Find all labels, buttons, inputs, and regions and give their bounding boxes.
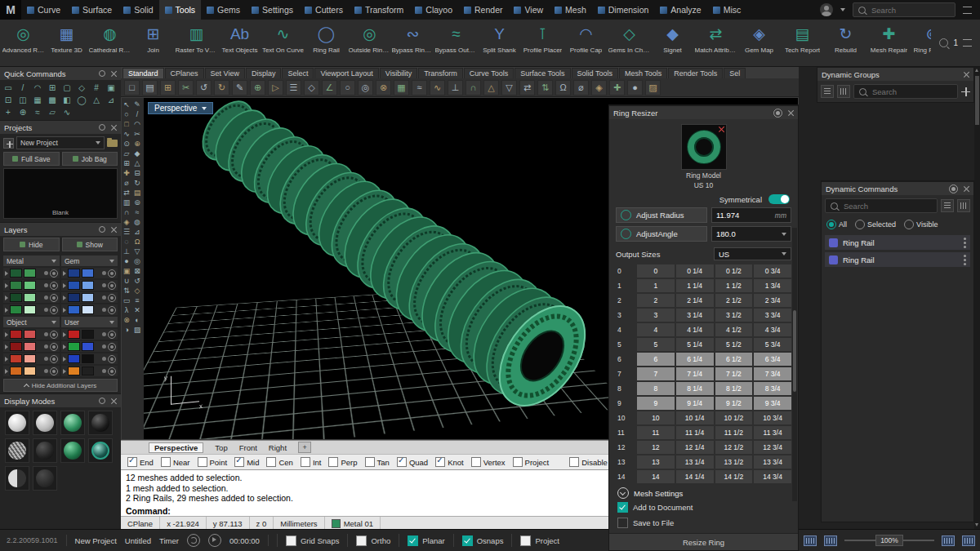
visibility-icon[interactable] <box>50 306 58 314</box>
expand-icon[interactable] <box>5 344 8 349</box>
layer-swatch[interactable] <box>10 342 22 351</box>
osnap-checkbox[interactable] <box>127 457 137 467</box>
dynamic-commands-search[interactable] <box>825 198 938 213</box>
close-icon[interactable] <box>110 70 117 77</box>
size-cell[interactable]: 0 1/2 <box>715 264 753 278</box>
viewport-tool-icon[interactable]: ↖ <box>122 100 131 109</box>
layer-swatch[interactable] <box>10 367 22 375</box>
toggle-ortho[interactable]: Ortho <box>347 534 399 547</box>
expand-icon[interactable] <box>5 369 8 374</box>
dynamic-commands-search-input[interactable] <box>842 201 932 211</box>
tab-viewport-layout[interactable]: Viewport Layout <box>314 68 378 78</box>
close-icon[interactable] <box>110 124 117 131</box>
osnap-knot[interactable]: Knot <box>435 457 464 467</box>
kebab-menu-icon[interactable] <box>964 242 966 244</box>
project-name[interactable]: New Project <box>75 536 117 545</box>
layer-row[interactable] <box>61 268 118 278</box>
size-cell[interactable]: 1 1/2 <box>715 279 753 292</box>
osnap-int[interactable]: Int <box>301 457 322 467</box>
toolbar-bypass-ring-rail[interactable]: ∾Bypass Ring Rail <box>391 21 434 66</box>
viewport-tool-icon[interactable]: △ <box>132 158 142 167</box>
calculator-icon[interactable] <box>804 535 817 546</box>
visibility-icon[interactable] <box>50 343 58 351</box>
folder-icon[interactable] <box>107 140 118 147</box>
viewport-tool-icon[interactable]: Ω <box>132 237 142 246</box>
rhino-tool-icon[interactable]: ● <box>627 80 643 96</box>
toolbar-profile-cap[interactable]: ◠Profile Cap <box>564 21 608 66</box>
tab-set-view[interactable]: Set View <box>205 68 245 78</box>
tab-visibility[interactable]: Visibility <box>380 68 417 78</box>
layer-swatch[interactable] <box>82 354 94 363</box>
expand-icon[interactable] <box>5 308 8 313</box>
gear-icon[interactable] <box>949 184 958 193</box>
size-cell[interactable]: 5 3/4 <box>754 338 791 351</box>
scroll-up-icon[interactable] <box>975 69 978 72</box>
user-avatar[interactable] <box>820 3 833 16</box>
rhino-tool-icon[interactable]: □ <box>124 80 140 96</box>
menubar-search[interactable] <box>853 2 956 17</box>
size-cell[interactable]: 0 3/4 <box>754 264 791 278</box>
viewport-tool-icon[interactable]: ⊞ <box>122 158 131 167</box>
quick-command-icon[interactable]: ▭ <box>3 82 13 93</box>
layer-row[interactable] <box>61 329 118 340</box>
filter-all[interactable]: All <box>826 220 847 229</box>
add-to-document-checkbox[interactable] <box>617 502 628 513</box>
display-mode-thumb[interactable] <box>33 438 57 463</box>
size-cell[interactable]: 1 <box>637 279 675 292</box>
menu-view[interactable]: View <box>508 0 549 20</box>
filter-icon[interactable] <box>957 199 970 212</box>
viewport-tool-icon[interactable]: ☰ <box>122 227 131 236</box>
osnap-checkbox[interactable] <box>513 457 523 467</box>
size-cell[interactable]: 2 3/4 <box>754 294 791 307</box>
menu-gems[interactable]: Gems <box>201 0 246 20</box>
kebab-menu-icon[interactable] <box>964 259 966 261</box>
full-save-button[interactable]: Full Save <box>3 152 60 166</box>
size-cell[interactable]: 6 3/4 <box>754 353 791 366</box>
rhino-tool-icon[interactable]: ↺ <box>196 80 212 96</box>
size-cell[interactable]: 6 1/4 <box>676 353 714 366</box>
layer-row[interactable] <box>3 353 60 364</box>
size-cell[interactable]: 13 3/4 <box>754 455 791 469</box>
expand-icon[interactable] <box>63 283 66 288</box>
tab-mesh-tools[interactable]: Mesh Tools <box>619 68 667 78</box>
tab-render-tools[interactable]: Render Tools <box>668 68 723 78</box>
toolbar-text-on-curve[interactable]: ∿Text On Curve <box>261 21 305 66</box>
list-item[interactable]: Ring Rail <box>825 235 970 250</box>
rhino-tool-icon[interactable]: ↻ <box>214 80 229 96</box>
display-mode-thumb[interactable] <box>88 411 113 435</box>
layer-swatch[interactable] <box>10 281 22 290</box>
stepper-icon[interactable] <box>782 233 786 236</box>
size-cell[interactable]: 5 <box>637 338 675 351</box>
grid-view-icon[interactable] <box>821 85 834 98</box>
size-cell[interactable]: 7 1/2 <box>715 367 753 380</box>
rhino-tool-icon[interactable]: Ω <box>555 80 571 96</box>
menu-misc[interactable]: Misc <box>707 0 747 20</box>
viewport-tool-icon[interactable]: ◑ <box>122 325 131 334</box>
rhino-tool-icon[interactable]: ∿ <box>430 80 445 96</box>
rhino-tool-icon[interactable]: △ <box>483 80 499 96</box>
rhino-tool-icon[interactable]: ∩ <box>466 80 481 96</box>
layer-swatch[interactable] <box>82 269 94 278</box>
tab-solid-tools[interactable]: Solid Tools <box>572 68 618 78</box>
osnap-end[interactable]: End <box>127 457 154 467</box>
quick-command-icon[interactable]: / <box>18 82 28 93</box>
viewport-label[interactable]: Perspective <box>148 102 213 114</box>
save-to-file-row[interactable]: Save to File <box>609 515 798 531</box>
menu-overflow-icon[interactable] <box>963 7 972 14</box>
toolbar-rebuild[interactable]: ↻Rebuild <box>824 21 867 66</box>
rhino-tool-icon[interactable]: ⌀ <box>573 80 589 96</box>
quick-command-icon[interactable]: ◇ <box>77 82 87 93</box>
size-cell[interactable]: 7 <box>637 367 675 380</box>
visibility-icon[interactable] <box>108 269 116 278</box>
viewport-tool-icon[interactable]: ⊗ <box>122 315 131 324</box>
sort-icon[interactable] <box>941 199 954 212</box>
layer-swatch[interactable] <box>24 367 36 375</box>
layer-swatch[interactable] <box>68 330 80 339</box>
osnap-disable[interactable]: Disable <box>569 457 608 467</box>
zoom-value[interactable]: 100% <box>875 535 903 546</box>
close-icon[interactable] <box>787 109 794 116</box>
layer-swatch[interactable] <box>10 305 22 314</box>
visibility-icon[interactable] <box>50 282 58 290</box>
size-cell[interactable]: 9 1/2 <box>715 397 753 410</box>
size-cell[interactable]: 0 1/4 <box>676 264 714 278</box>
